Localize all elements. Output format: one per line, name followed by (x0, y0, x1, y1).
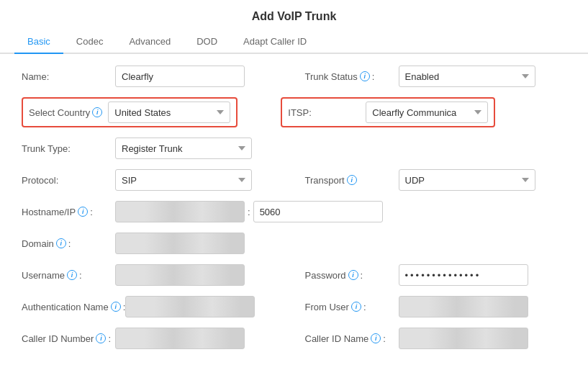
caller-id-name-info-icon[interactable]: i (371, 333, 381, 343)
group-trunk-type: Trunk Type: Register Trunk (22, 138, 284, 159)
row-name-trunk-status: Name: Trunk Status i: Enabled (22, 66, 566, 87)
form-area: Name: Trunk Status i: Enabled Select Cou… (0, 54, 588, 365)
protocol-select[interactable]: SIP (115, 169, 252, 191)
caller-id-number-input-blurred[interactable] (115, 328, 245, 349)
trunk-type-label: Trunk Type: (22, 143, 115, 154)
group-trunk-status: Trunk Status i: Enabled (305, 66, 567, 87)
itsp-label: ITSP: (288, 107, 360, 118)
row-hostname: Hostname/IP i: : (22, 201, 566, 222)
colon-separator: : (248, 207, 250, 217)
group-transport: Transport i UDP (305, 169, 567, 191)
group-auth-name: Authentication Name i: (22, 296, 284, 317)
auth-name-label: Authentication Name i: (22, 302, 125, 312)
hostname-label: Hostname/IP i: (22, 207, 115, 217)
password-label: Password i: (305, 270, 399, 281)
caller-id-number-info-icon[interactable]: i (96, 333, 106, 343)
group-caller-id-name: Caller ID Name i: (305, 328, 567, 349)
caller-id-name-input-blurred[interactable] (399, 328, 528, 349)
username-input-blurred[interactable] (115, 264, 245, 286)
trunk-status-select-wrapper: Enabled (399, 66, 535, 87)
caller-id-number-label: Caller ID Number i: (22, 333, 115, 344)
caller-id-name-label: Caller ID Name i: (305, 333, 399, 344)
trunk-status-info-icon[interactable]: i (360, 71, 370, 81)
hostname-info-icon[interactable]: i (78, 207, 88, 217)
row-username-password: Username i: Password i: (22, 264, 566, 286)
transport-info-icon[interactable]: i (347, 175, 357, 185)
from-user-label: From User i: (305, 302, 399, 312)
trunk-type-wrapper: Register Trunk (115, 138, 252, 159)
password-input[interactable] (399, 264, 528, 286)
row-protocol-transport: Protocol: SIP Transport i UDP (22, 169, 566, 191)
hostname-input-blurred[interactable] (115, 201, 245, 222)
name-label: Name: (22, 71, 115, 82)
group-domain: Domain i: (22, 233, 284, 254)
transport-wrapper: UDP (399, 169, 535, 191)
tabs-bar: Basic Codec Advanced DOD Adapt Caller ID (0, 30, 588, 54)
trunk-status-label: Trunk Status i: (305, 71, 399, 82)
domain-info-icon[interactable]: i (56, 238, 66, 248)
row-country-itsp: Select Country i United States ITSP: Cle… (22, 97, 566, 127)
row-caller-id: Caller ID Number i: Caller ID Name i: (22, 328, 566, 349)
trunk-status-select[interactable]: Enabled (399, 66, 535, 87)
tab-dod[interactable]: DOD (184, 30, 230, 54)
group-username: Username i: (22, 264, 284, 286)
transport-select[interactable]: UDP (399, 169, 535, 191)
from-user-info-icon[interactable]: i (351, 302, 361, 312)
trunk-type-select[interactable]: Register Trunk (115, 138, 252, 159)
select-country-select[interactable]: United States (108, 102, 230, 123)
tab-adapt-caller-id[interactable]: Adapt Caller ID (230, 30, 320, 54)
group-from-user: From User i: (305, 296, 567, 317)
row-auth-fromuser: Authentication Name i: From User i: (22, 296, 566, 317)
itsp-select[interactable]: Clearfly Communica (366, 102, 488, 123)
group-name: Name: (22, 66, 284, 87)
group-hostname: Hostname/IP i: : (22, 201, 383, 222)
row-domain: Domain i: (22, 233, 566, 254)
port-input[interactable] (253, 201, 383, 222)
username-info-icon[interactable]: i (67, 270, 77, 280)
group-password: Password i: (305, 264, 567, 286)
page-title: Add VoIP Trunk (0, 0, 588, 30)
auth-name-input-blurred[interactable] (125, 296, 255, 317)
itsp-group: ITSP: Clearfly Communica (281, 97, 495, 127)
username-label: Username i: (22, 270, 115, 281)
password-info-icon[interactable]: i (348, 270, 358, 280)
tab-codec[interactable]: Codec (63, 30, 117, 54)
protocol-wrapper: SIP (115, 169, 252, 191)
select-country-group: Select Country i United States (22, 97, 238, 127)
itsp-select-wrapper: Clearfly Communica (366, 102, 488, 123)
select-country-label: Select Country i (29, 107, 102, 118)
select-country-wrapper: United States (108, 102, 230, 123)
protocol-label: Protocol: (22, 175, 115, 186)
from-user-input-blurred[interactable] (399, 296, 528, 317)
group-protocol: Protocol: SIP (22, 169, 284, 191)
auth-name-info-icon[interactable]: i (111, 302, 121, 312)
tab-basic[interactable]: Basic (14, 30, 63, 54)
select-country-info-icon[interactable]: i (92, 107, 102, 117)
group-caller-id-number: Caller ID Number i: (22, 328, 284, 349)
row-trunk-type: Trunk Type: Register Trunk (22, 138, 566, 159)
tab-advanced[interactable]: Advanced (116, 30, 184, 54)
name-input[interactable] (115, 66, 245, 87)
transport-label: Transport i (305, 175, 399, 186)
domain-label: Domain i: (22, 238, 115, 249)
domain-input-blurred[interactable] (115, 233, 245, 254)
